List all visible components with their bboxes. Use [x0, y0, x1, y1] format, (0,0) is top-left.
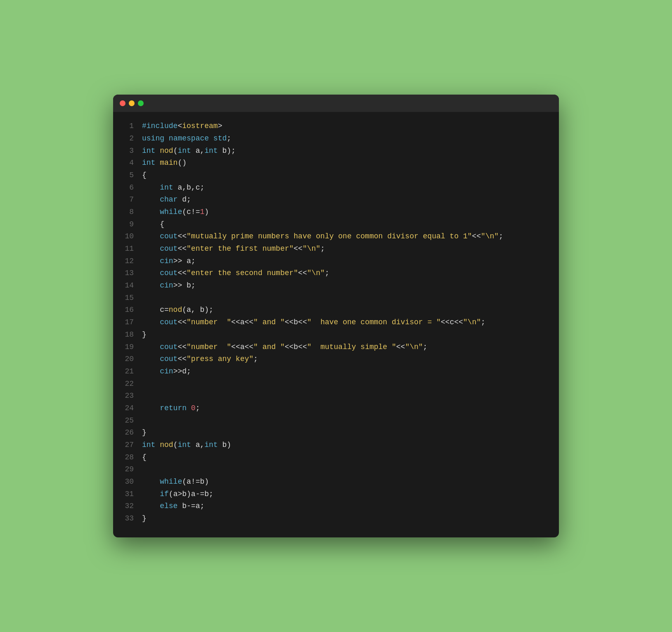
code-line: 25 [121, 415, 551, 427]
code-line: 29 [121, 463, 551, 476]
code-line: 32 else b-=a; [121, 500, 551, 513]
code-line: 9 { [121, 219, 551, 231]
code-line: 6 int a,b,c; [121, 182, 551, 194]
code-line: 33 } [121, 513, 551, 525]
code-line: 18 } [121, 329, 551, 341]
code-area: 1 #include<iostream> 2 using namespace s… [113, 112, 559, 537]
code-line: 17 cout<<"number "<<a<<" and "<<b<<" hav… [121, 316, 551, 329]
code-line: 24 return 0; [121, 402, 551, 415]
code-line: 2 using namespace std; [121, 133, 551, 145]
code-line: 23 [121, 390, 551, 402]
code-line: 19 cout<<"number "<<a<<" and "<<b<<" mut… [121, 341, 551, 354]
code-line: 14 cin>> b; [121, 280, 551, 292]
code-line: 7 char d; [121, 194, 551, 206]
code-line: 3 int nod(int a,int b); [121, 145, 551, 157]
code-line: 12 cin>> a; [121, 255, 551, 268]
code-line: 4 int main() [121, 157, 551, 169]
minimize-button[interactable] [129, 100, 135, 106]
code-line: 22 [121, 378, 551, 390]
code-line: 11 cout<<"enter the first number"<<"\n"; [121, 243, 551, 255]
code-line: 1 #include<iostream> [121, 120, 551, 133]
code-line: 28 { [121, 451, 551, 464]
code-line: 21 cin>>d; [121, 366, 551, 378]
close-button[interactable] [120, 100, 125, 106]
code-line: 5 { [121, 169, 551, 182]
code-line: 10 cout<<"mutually prime numbers have on… [121, 230, 551, 243]
code-line: 31 if(a>b)a-=b; [121, 488, 551, 501]
maximize-button[interactable] [138, 100, 144, 106]
code-line: 15 [121, 292, 551, 304]
code-editor-window: 1 #include<iostream> 2 using namespace s… [113, 95, 559, 537]
code-line: 27 int nod(int a,int b) [121, 439, 551, 451]
code-line: 13 cout<<"enter the second number"<<"\n"… [121, 267, 551, 280]
code-line: 8 while(c!=1) [121, 206, 551, 219]
code-line: 26 } [121, 427, 551, 439]
titlebar [113, 95, 559, 112]
code-line: 16 c=nod(a, b); [121, 304, 551, 316]
code-line: 30 while(a!=b) [121, 476, 551, 488]
code-line: 20 cout<<"press any key"; [121, 353, 551, 366]
